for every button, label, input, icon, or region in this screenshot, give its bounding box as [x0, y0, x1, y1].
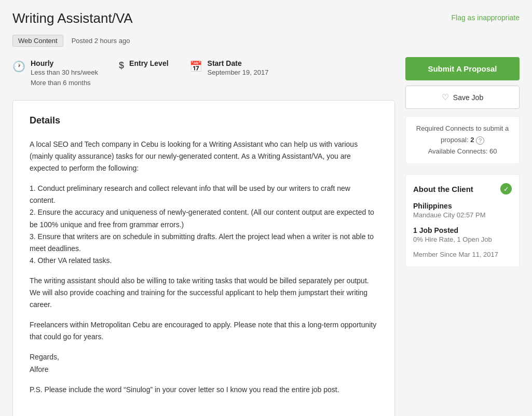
meta-bar: Web Content Posted 2 hours ago: [12, 35, 520, 47]
level-label: Entry Level: [129, 59, 168, 67]
hourly-meta: 🕐 Hourly Less than 30 hrs/week More than…: [12, 59, 98, 88]
client-city: Mandaue City 02:57 PM: [413, 211, 512, 219]
right-column: Submit A Proposal ♡ Save Job Required Co…: [405, 57, 520, 267]
connects-text: Required Connects to submit a proposal:: [416, 124, 509, 144]
flag-inappropriate-link[interactable]: Flag as inappropriate: [451, 13, 520, 22]
details-paragraph-4: Regards, Alfore: [30, 351, 378, 375]
verified-icon: ✓: [500, 183, 512, 195]
calendar-icon: 📅: [189, 60, 202, 73]
client-member-since: Member Since Mar 11, 2017: [413, 251, 512, 258]
heart-icon: ♡: [442, 92, 449, 102]
category-tag: Web Content: [12, 35, 63, 47]
details-paragraph-1: 1. Conduct preliminary research and coll…: [30, 183, 378, 267]
client-jobs-label: 1 Job Posted: [413, 226, 512, 234]
top-bar: Writing Assistant/VA Flag as inappropria…: [12, 10, 520, 26]
hourly-sub2: More than 6 months: [31, 78, 98, 88]
dollar-icon: $: [119, 60, 124, 71]
page-title: Writing Assistant/VA: [12, 10, 133, 26]
client-section: About the Client ✓ Philippines Mandaue C…: [405, 174, 520, 267]
startdate-value: September 19, 2017: [208, 67, 269, 78]
submit-proposal-button[interactable]: Submit A Proposal: [405, 57, 520, 80]
startdate-meta: 📅 Start Date September 19, 2017: [189, 59, 269, 88]
details-paragraph-2: The writing assistant should also be wil…: [30, 275, 378, 311]
level-meta: $ Entry Level: [119, 59, 169, 88]
details-body: A local SEO and Tech company in Cebu is …: [30, 138, 378, 396]
hourly-label: Hourly: [31, 59, 98, 67]
job-meta-row: 🕐 Hourly Less than 30 hrs/week More than…: [12, 57, 395, 90]
hourly-sub1: Less than 30 hrs/week: [31, 67, 98, 78]
connects-box: Required Connects to submit a proposal: …: [405, 116, 520, 164]
connects-number: 2: [470, 136, 474, 144]
client-hire-rate: 0% Hire Rate, 1 Open Job: [413, 235, 512, 243]
help-icon[interactable]: ?: [476, 136, 484, 145]
client-title: About the Client: [413, 185, 473, 193]
details-paragraph-5: P.S. Please include the word “Sinulog” i…: [30, 384, 378, 396]
details-paragraph-3: Freelancers within Metropolitan Cebu are…: [30, 319, 378, 343]
main-layout: 🕐 Hourly Less than 30 hrs/week More than…: [12, 57, 520, 416]
posted-time: Posted 2 hours ago: [72, 37, 130, 45]
details-paragraph-0: A local SEO and Tech company in Cebu is …: [30, 138, 378, 174]
client-header: About the Client ✓: [413, 183, 512, 195]
clock-icon: 🕐: [12, 60, 25, 73]
available-connects: Available Connects: 60: [428, 147, 497, 155]
client-country: Philippines: [413, 202, 512, 210]
details-card: Details A local SEO and Tech company in …: [12, 100, 395, 416]
save-job-button[interactable]: ♡ Save Job: [405, 86, 520, 109]
save-job-label: Save Job: [453, 93, 483, 102]
startdate-label: Start Date: [208, 59, 269, 67]
details-title: Details: [30, 115, 378, 126]
left-column: 🕐 Hourly Less than 30 hrs/week More than…: [12, 57, 395, 416]
